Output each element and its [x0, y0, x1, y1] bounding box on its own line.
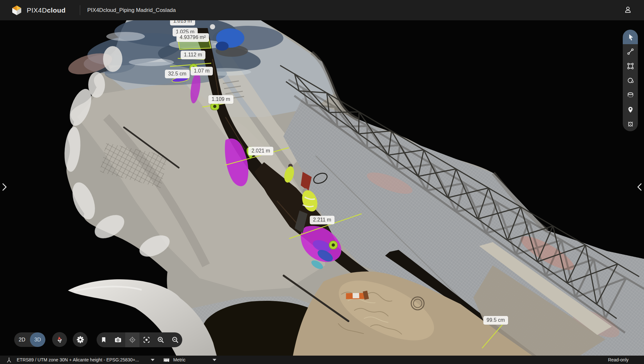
tool-measure-volume[interactable] [623, 88, 638, 102]
readonly-badge: Read-only [608, 356, 629, 364]
circle-icon [626, 76, 635, 85]
top-bar: PIX4Dcloud PIX4Dcloud_Piping Madrid_Cosl… [0, 0, 644, 20]
measurement-pin[interactable] [329, 241, 337, 249]
tool-select[interactable] [623, 30, 638, 44]
topbar-divider [80, 5, 80, 15]
center-view-button[interactable] [139, 332, 154, 347]
view-3d-button[interactable]: 3D [30, 332, 46, 347]
measure-toolbar [623, 30, 638, 131]
units-ruler-icon [163, 357, 170, 363]
tool-gcp-target[interactable] [623, 117, 638, 131]
zoom-in-icon [156, 335, 165, 344]
bookmark-button[interactable] [97, 332, 111, 347]
pix4dcloud-viewer: { "topbar": { "brand": { "light": "PIX4D… [0, 0, 644, 364]
pin-icon [626, 105, 635, 114]
measurement-label[interactable]: 2.211 m [310, 216, 335, 224]
crs-axes-icon [6, 357, 12, 363]
compass-button[interactable] [52, 332, 67, 347]
brand-name: PIX4Dcloud [27, 6, 66, 14]
model-canvas [0, 20, 644, 364]
gear-icon [76, 335, 85, 344]
pix4d-logo-icon [11, 5, 23, 16]
camera-icon [113, 335, 122, 344]
zoom-in-button[interactable] [154, 332, 168, 347]
measurement-label[interactable]: 1.07 m [191, 67, 213, 75]
left-panel-toggle[interactable] [0, 182, 9, 192]
project-title: PIX4Dcloud_Piping Madrid_Coslada [87, 0, 176, 20]
measurement-label[interactable]: 2.021 m [248, 147, 273, 155]
screenshot-button[interactable] [111, 332, 125, 347]
measurement-label[interactable]: 4.93796 m² [176, 33, 209, 42]
viewer-controls-bar [97, 332, 182, 347]
zoom-out-button[interactable] [168, 332, 182, 347]
units-selector[interactable]: Metric [173, 356, 185, 364]
zoom-out-icon [171, 335, 180, 344]
measurement-pin[interactable] [211, 103, 219, 110]
measurement-label[interactable]: 99.5 cm [483, 316, 508, 325]
measurement-label[interactable]: 32.5 cm [165, 70, 190, 78]
chevron-right-icon [2, 183, 7, 191]
right-panel-toggle[interactable] [635, 182, 644, 192]
model-viewport[interactable] [0, 20, 644, 364]
tool-measure-circle[interactable] [623, 73, 638, 88]
view-2d-button[interactable]: 2D [14, 332, 30, 347]
dropdown-caret-icon[interactable] [213, 359, 216, 361]
tool-measure-area[interactable] [623, 59, 638, 73]
status-bar: ETRS89 / UTM zone 30N + Alicante height … [0, 356, 644, 364]
follow-target-icon [128, 335, 137, 344]
crosshair-icon [626, 120, 635, 128]
measurement-label[interactable]: 1.112 m [181, 51, 205, 59]
navigation-compass-icon [55, 335, 64, 344]
follow-position-button[interactable] [125, 332, 139, 347]
chevron-left-icon [637, 183, 642, 191]
center-focus-icon [142, 335, 151, 344]
crs-selector[interactable]: ETRS89 / UTM zone 30N + Alicante height … [17, 356, 139, 364]
cursor-icon [626, 33, 635, 41]
measurement-label[interactable]: 1.109 m [208, 95, 233, 104]
tool-measure-line[interactable] [623, 44, 638, 59]
cylinder-icon [626, 91, 635, 99]
polyline-icon [626, 47, 635, 56]
polygon-icon [626, 62, 635, 70]
view-mode-toggle: 2D 3D [14, 332, 45, 347]
settings-button[interactable] [73, 332, 88, 347]
dropdown-caret-icon[interactable] [151, 359, 155, 361]
tool-marker[interactable] [623, 102, 638, 117]
account-person-icon[interactable] [623, 5, 632, 15]
bookmark-icon [99, 336, 108, 344]
